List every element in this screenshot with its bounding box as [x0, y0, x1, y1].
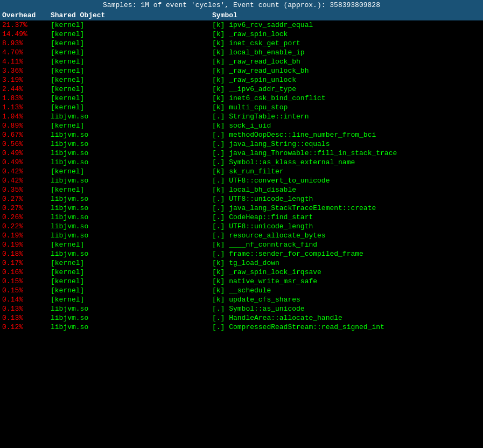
- overhead-value: 0.27%: [2, 195, 51, 203]
- shared-object-value: [kernel]: [51, 259, 212, 267]
- shared-object-value: [kernel]: [51, 103, 212, 111]
- overhead-value: 0.27%: [2, 204, 51, 212]
- table-row: 0.19%libjvm.so[.] resource_allocate_byte…: [0, 231, 483, 240]
- header-symbol: Symbol: [212, 11, 481, 19]
- symbol-value: [k] sk_run_filter: [212, 167, 481, 176]
- symbol-value: [k] inet_csk_get_port: [212, 39, 481, 47]
- symbol-value: [.] UTF8::unicode_length: [212, 222, 481, 230]
- table-row: 0.49%libjvm.so[.] Symbol::as_klass_exter…: [0, 158, 483, 167]
- symbol-value: [k] local_bh_disable: [212, 186, 481, 194]
- table-row: 0.18%libjvm.so[.] frame::sender_for_comp…: [0, 249, 483, 258]
- table-row: 4.70%[kernel][k] local_bh_enable_ip: [0, 48, 483, 57]
- symbol-value: [k] tg_load_down: [212, 259, 481, 267]
- table-row: 0.15%[kernel][k] native_write_msr_safe: [0, 277, 483, 286]
- symbol-value: [k] __schedule: [212, 286, 481, 295]
- overhead-value: 0.56%: [2, 140, 51, 148]
- table-row: 1.13%[kernel][k] multi_cpu_stop: [0, 103, 483, 112]
- table-row: 0.27%libjvm.so[.] java_lang_StackTraceEl…: [0, 204, 483, 213]
- symbol-value: [k] update_cfs_shares: [212, 296, 481, 304]
- shared-object-value: libjvm.so: [51, 131, 212, 139]
- overhead-value: 0.26%: [2, 213, 51, 221]
- symbol-value: [.] frame::sender_for_compiled_frame: [212, 250, 481, 258]
- shared-object-value: libjvm.so: [51, 314, 212, 322]
- table-row: 0.12%libjvm.so[.] CompressedReadStream::…: [0, 323, 483, 332]
- overhead-value: 0.19%: [2, 241, 51, 249]
- table-row: 1.83%[kernel][k] inet6_csk_bind_conflict: [0, 94, 483, 103]
- symbol-value: [k] sock_i_uid: [212, 122, 481, 130]
- shared-object-value: [kernel]: [51, 268, 212, 276]
- shared-object-value: [kernel]: [51, 122, 212, 130]
- symbol-value: [k] multi_cpu_stop: [212, 103, 481, 111]
- table-row: 0.42%[kernel][k] sk_run_filter: [0, 167, 483, 176]
- shared-object-value: libjvm.so: [51, 195, 212, 203]
- overhead-value: 2.44%: [2, 85, 51, 93]
- table-row: 0.26%libjvm.so[.] CodeHeap::find_start: [0, 213, 483, 222]
- overhead-value: 4.11%: [2, 58, 51, 66]
- table-row: 0.42%libjvm.so[.] UTF8::convert_to_unico…: [0, 176, 483, 185]
- shared-object-value: [kernel]: [51, 296, 212, 304]
- table-row: 3.19%[kernel][k] _raw_spin_unlock: [0, 75, 483, 85]
- overhead-value: 4.70%: [2, 48, 51, 57]
- overhead-value: 3.36%: [2, 67, 51, 75]
- header-shared: Shared Object: [51, 11, 212, 19]
- overhead-value: 0.13%: [2, 305, 51, 313]
- title-text: Samples: 1M of event 'cycles', Event cou…: [103, 1, 380, 9]
- overhead-value: 0.14%: [2, 296, 51, 304]
- overhead-value: 8.93%: [2, 39, 51, 47]
- overhead-value: 14.49%: [2, 30, 51, 38]
- table-row: 0.19%[kernel][k] ____nf_conntrack_find: [0, 240, 483, 249]
- shared-object-value: libjvm.so: [51, 158, 212, 166]
- shared-object-value: libjvm.so: [51, 222, 212, 230]
- symbol-value: [k] native_write_msr_safe: [212, 277, 481, 285]
- table-row: 0.13%libjvm.so[.] Symbol::as_unicode: [0, 304, 483, 313]
- table-row: 0.16%[kernel][k] _raw_spin_lock_irqsave: [0, 268, 483, 277]
- table-row: 2.44%[kernel][k] __ipv6_addr_type: [0, 85, 483, 94]
- shared-object-value: [kernel]: [51, 48, 212, 57]
- table-row: 14.49%[kernel][k] _raw_spin_lock: [0, 30, 483, 39]
- symbol-value: [k] _raw_spin_unlock: [212, 76, 481, 84]
- symbol-value: [.] resource_allocate_bytes: [212, 232, 481, 240]
- overhead-value: 0.18%: [2, 250, 51, 258]
- overhead-value: 0.42%: [2, 177, 51, 185]
- shared-object-value: [kernel]: [51, 21, 212, 29]
- symbol-value: [.] java_lang_StackTraceElement::create: [212, 204, 481, 212]
- shared-object-value: libjvm.so: [51, 204, 212, 212]
- overhead-value: 0.35%: [2, 186, 51, 194]
- overhead-value: 0.16%: [2, 268, 51, 276]
- table-row: 0.67%libjvm.so[.] methodOopDesc::line_nu…: [0, 130, 483, 139]
- overhead-value: 0.42%: [2, 167, 51, 176]
- shared-object-value: libjvm.so: [51, 323, 212, 331]
- data-table: 21.37%[kernel][k] ipv6_rcv_saddr_equal14…: [0, 20, 483, 332]
- shared-object-value: libjvm.so: [51, 305, 212, 313]
- shared-object-value: libjvm.so: [51, 113, 212, 121]
- symbol-value: [k] _raw_read_unlock_bh: [212, 67, 481, 75]
- table-row: 0.17%[kernel][k] tg_load_down: [0, 258, 483, 268]
- shared-object-value: libjvm.so: [51, 177, 212, 185]
- overhead-value: 1.13%: [2, 103, 51, 111]
- overhead-value: 0.67%: [2, 131, 51, 139]
- overhead-value: 21.37%: [2, 21, 51, 29]
- shared-object-value: libjvm.so: [51, 140, 212, 148]
- shared-object-value: [kernel]: [51, 167, 212, 176]
- symbol-value: [.] methodOopDesc::line_number_from_bci: [212, 131, 481, 139]
- table-row: 8.93%[kernel][k] inet_csk_get_port: [0, 39, 483, 48]
- symbol-value: [k] _raw_spin_lock: [212, 30, 481, 38]
- shared-object-value: [kernel]: [51, 58, 212, 66]
- table-row: 21.37%[kernel][k] ipv6_rcv_saddr_equal: [0, 20, 483, 30]
- symbol-value: [.] java_lang_Throwable::fill_in_stack_t…: [212, 149, 481, 157]
- shared-object-value: [kernel]: [51, 76, 212, 84]
- table-row: 0.35%[kernel][k] local_bh_disable: [0, 185, 483, 194]
- header-overhead: Overhead: [2, 11, 51, 19]
- table-row: 0.13%libjvm.so[.] HandleArea::allocate_h…: [0, 313, 483, 323]
- overhead-value: 0.22%: [2, 222, 51, 230]
- symbol-value: [.] CompressedReadStream::read_signed_in…: [212, 323, 481, 331]
- symbol-value: [.] StringTable::intern: [212, 113, 481, 121]
- shared-object-value: [kernel]: [51, 241, 212, 249]
- overhead-value: 1.83%: [2, 94, 51, 102]
- table-row: 3.36%[kernel][k] _raw_read_unlock_bh: [0, 66, 483, 75]
- overhead-value: 0.49%: [2, 149, 51, 157]
- shared-object-value: libjvm.so: [51, 250, 212, 258]
- shared-object-value: libjvm.so: [51, 213, 212, 221]
- shared-object-value: [kernel]: [51, 30, 212, 38]
- shared-object-value: libjvm.so: [51, 232, 212, 240]
